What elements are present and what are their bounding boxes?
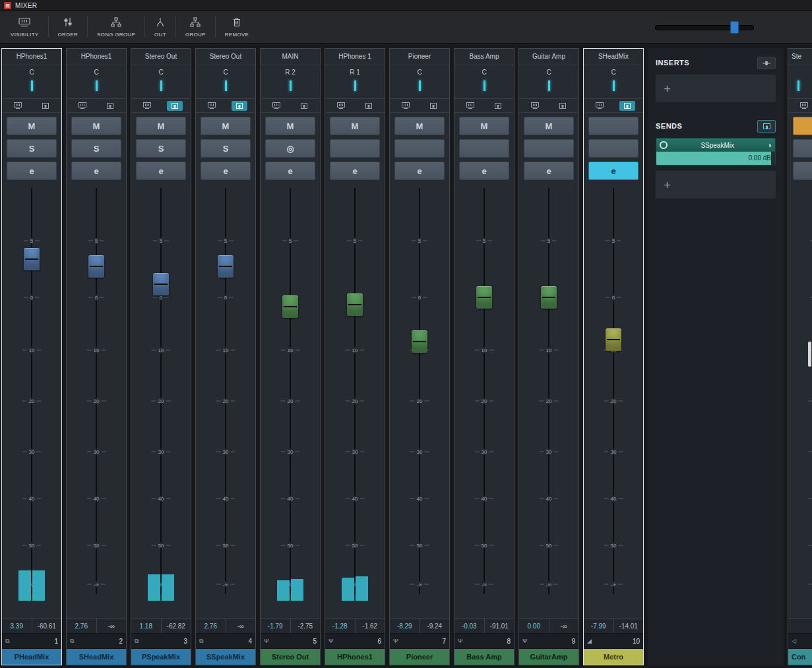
mute-button[interactable] [588,117,639,135]
input-monitor-button[interactable] [296,101,312,111]
monitor-button[interactable] [592,101,608,111]
route-label[interactable]: Stereo Out [131,49,191,65]
pan-control[interactable]: C [67,65,126,98]
route-label[interactable]: HPhones1 [67,49,126,65]
mute-button[interactable]: M [394,117,445,135]
mute-button[interactable]: M [793,117,812,135]
inserts-rack-button[interactable] [757,57,776,69]
monitor-button[interactable] [139,101,155,111]
edit-button[interactable]: e [136,162,186,180]
input-monitor-button[interactable] [102,101,118,111]
mute-button[interactable]: M [7,117,57,135]
pan-control[interactable]: C [196,65,255,98]
monitor-button[interactable] [527,101,543,111]
zoom-slider-track[interactable] [655,25,754,30]
monitor-button[interactable] [398,101,414,111]
edit-button[interactable]: e [793,162,812,180]
toolbar-order-button[interactable]: ORDER [50,11,86,43]
fader-cap[interactable] [606,328,621,351]
mute-button[interactable]: M [330,117,380,135]
solo-button[interactable]: S [71,139,121,158]
pan-control[interactable]: R 1 [325,65,385,98]
edit-button[interactable]: e [588,162,639,180]
toolbar-visibility-button[interactable]: VISIBILITY [3,11,47,43]
route-label[interactable]: Pioneer [390,49,449,65]
fader-cap[interactable] [476,286,492,309]
route-label[interactable]: MAIN [261,49,320,65]
route-label[interactable]: SHeadMix [584,49,643,65]
edit-button[interactable]: e [459,162,509,180]
monitor-button[interactable] [204,101,220,111]
solo-button[interactable] [459,139,509,158]
solo-button[interactable] [524,139,574,158]
send-slot[interactable]: SSpeakMix ◑ 0.00 dB [656,138,776,166]
solo-button[interactable]: S [201,139,251,158]
send-header[interactable]: SSpeakMix ◑ [656,138,775,152]
mute-button[interactable]: M [265,117,315,135]
pan-control[interactable]: C [390,65,449,98]
fader-cap[interactable] [88,255,104,278]
pan-control[interactable]: C [2,65,61,98]
input-monitor-button[interactable] [425,101,441,111]
mute-button[interactable]: M [201,117,251,135]
channel-name[interactable]: PHeadMix [2,648,61,665]
input-monitor-button[interactable] [232,101,247,111]
solo-button[interactable]: ◎ [265,139,315,158]
send-on-icon[interactable] [660,141,668,149]
pan-control[interactable]: C [131,65,191,98]
solo-button[interactable]: S [793,139,812,158]
monitor-button[interactable] [268,101,284,111]
pan-control[interactable]: R 2 [261,65,320,98]
solo-button[interactable]: S [136,139,186,158]
toolbar-remove-button[interactable]: REMOVE [217,11,257,43]
toolbar-group-button[interactable]: GROUP [177,11,214,43]
channel-name[interactable]: Stereo Out [261,648,320,665]
edit-button[interactable]: e [394,162,445,180]
fader-cap[interactable] [347,293,363,316]
channel-name[interactable]: Pioneer [390,648,449,665]
mute-button[interactable]: M [136,117,186,135]
mute-button[interactable]: M [524,117,574,135]
zoom-slider-thumb[interactable] [730,21,739,34]
monitor-button[interactable] [462,101,478,111]
fader-cap[interactable] [24,248,40,270]
channel-name[interactable]: GuitarAmp [519,648,578,665]
monitor-button[interactable] [10,101,26,111]
input-monitor-button[interactable] [619,101,635,111]
channel-name[interactable]: HPhones1 [325,648,385,665]
mute-button[interactable]: M [71,117,121,135]
add-send-slot[interactable]: + [656,171,776,198]
input-monitor-button[interactable] [555,101,571,111]
send-pan-icon[interactable]: ◑ [767,142,772,149]
route-label[interactable]: Guitar Amp [519,49,578,65]
monitor-button[interactable] [333,101,349,111]
input-monitor-button[interactable] [38,101,53,111]
edit-button[interactable]: e [265,162,315,180]
channel-name[interactable]: SHeadMix [67,648,126,665]
route-label[interactable]: HPhones 1 [325,49,385,65]
solo-button[interactable] [394,139,445,158]
channel-name[interactable]: SSpeakMix [196,648,255,665]
route-label[interactable]: Stereo Out [196,49,255,65]
fader-cap[interactable] [218,255,234,278]
zoom-slider[interactable] [655,20,754,34]
input-monitor-button[interactable] [361,101,377,111]
channel-name[interactable]: Metro [584,648,643,665]
solo-button[interactable] [330,139,380,158]
toolbar-out-button[interactable]: OUT [146,11,174,43]
scrollbar-thumb[interactable] [808,342,811,367]
channel-name[interactable]: PSpeakMix [131,648,191,665]
edit-button[interactable]: e [7,162,57,180]
fader-cap[interactable] [282,295,298,318]
send-destination[interactable]: SSpeakMix [670,142,765,149]
monitor-button[interactable] [796,101,812,111]
route-label[interactable]: HPhones1 [2,49,61,65]
pan-control[interactable]: C [454,65,514,98]
fader-cap[interactable] [153,273,169,295]
edit-button[interactable]: e [524,162,574,180]
channel-name[interactable]: Bass Amp [454,648,514,665]
edit-button[interactable]: e [330,162,380,180]
monitor-button[interactable] [75,101,90,111]
pan-control[interactable]: C [519,65,578,98]
fader-cap[interactable] [541,286,557,309]
